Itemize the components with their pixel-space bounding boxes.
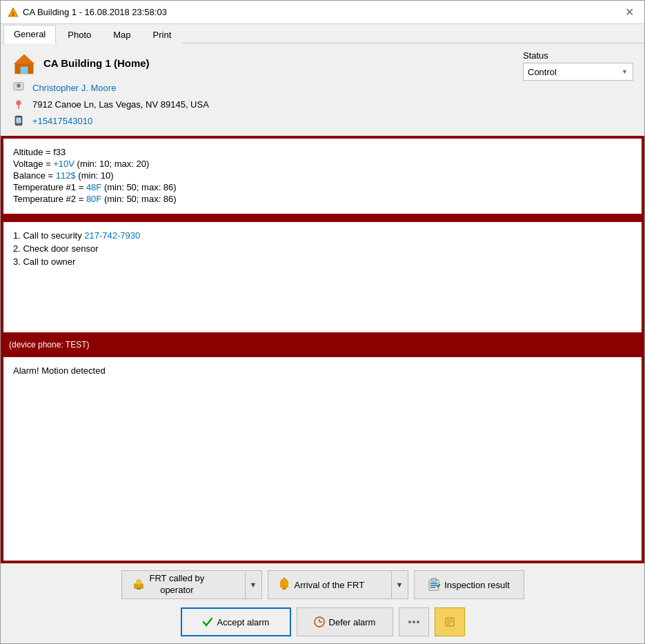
- svg-point-10: [18, 124, 19, 125]
- voltage-line: Voltage = +10V (min: 10; max: 20): [13, 159, 632, 169]
- clock-icon: [314, 616, 325, 627]
- close-button[interactable]: ✕: [621, 4, 637, 21]
- svg-point-24: [408, 621, 411, 623]
- status-section: Status Control Active Inactive: [523, 50, 633, 81]
- info-rows: Christopher J. Moore 7912 Canoe Ln, Las …: [12, 81, 633, 128]
- notes-icon: [444, 616, 455, 627]
- svg-rect-19: [430, 585, 437, 586]
- status-wrapper: Control Active Inactive: [523, 63, 633, 81]
- svg-point-26: [417, 621, 419, 623]
- owner-row: Christopher J. Moore: [12, 81, 633, 94]
- defer-alarm-label: Defer alarm: [329, 617, 376, 627]
- arrival-frt-group: Arrival of the FRT ▼: [268, 570, 408, 599]
- phone-row: +15417543010: [12, 114, 633, 128]
- svg-point-12: [136, 579, 141, 585]
- bottom-row2: Accept alarm Defer alarm: [1, 603, 644, 643]
- title-bar: ! CA Building 1 - 16.08.2018 23:58:03 ✕: [1, 1, 644, 24]
- tab-photo[interactable]: Photo: [57, 26, 101, 43]
- inspection-result-label: Inspection result: [444, 580, 510, 590]
- window-title: CA Building 1 - 16.08.2018 23:58:03: [23, 7, 167, 17]
- frt-called-group: FRT called byoperator ▼: [121, 570, 262, 599]
- check-icon: [202, 616, 213, 627]
- arrival-frt-label: Arrival of the FRT: [295, 580, 365, 590]
- frt-called-button[interactable]: FRT called byoperator: [121, 570, 246, 599]
- arrival-frt-dropdown[interactable]: ▼: [392, 570, 408, 599]
- alarm-box: Alarm! Motion detected: [3, 357, 642, 561]
- arrival-frt-button[interactable]: Arrival of the FRT: [268, 570, 392, 599]
- clipboard-icon: [428, 578, 440, 592]
- title-bar-left: ! CA Building 1 - 16.08.2018 23:58:03: [8, 7, 167, 18]
- app-icon: !: [8, 7, 19, 18]
- more-button[interactable]: [399, 607, 429, 636]
- svg-rect-4: [21, 66, 28, 74]
- dots-icon: [408, 618, 420, 625]
- action-1: 1. Call to security 217-742-7930: [13, 230, 632, 241]
- frt-called-label: FRT called byoperator: [150, 573, 205, 596]
- location-icon: [12, 97, 26, 111]
- actions-box: 1. Call to security 217-742-7930 2. Chec…: [3, 222, 642, 332]
- tab-print[interactable]: Print: [143, 26, 182, 43]
- defer-alarm-button[interactable]: Defer alarm: [297, 607, 393, 636]
- address-row: 7912 Canoe Ln, Las Vegas, NV 89145, USA: [12, 97, 633, 111]
- owner-value: Christopher J. Moore: [32, 83, 116, 93]
- home-icon: [12, 50, 37, 75]
- svg-text:!: !: [12, 11, 14, 17]
- building-name: CA Building 1 (Home): [43, 57, 150, 69]
- svg-rect-18: [430, 583, 437, 584]
- frt-called-dropdown[interactable]: ▼: [246, 570, 262, 599]
- svg-point-25: [413, 621, 415, 623]
- phone-value: +15417543010: [32, 116, 92, 126]
- sensor-data-section: Altitude = f33 Voltage = +10V (min: 10; …: [1, 136, 644, 217]
- alert-icon: [278, 578, 290, 592]
- accept-alarm-button[interactable]: Accept alarm: [181, 607, 291, 636]
- balance-line: Balance = 112$ (min: 10): [13, 170, 632, 181]
- alarm-text: Alarm! Motion detected: [13, 365, 632, 376]
- svg-rect-13: [137, 587, 141, 590]
- accept-alarm-label: Accept alarm: [217, 617, 270, 627]
- person-icon: [12, 81, 26, 94]
- tab-bar: General Photo Map Print: [1, 24, 644, 43]
- notes-button[interactable]: [435, 607, 465, 636]
- bottom-row1: FRT called byoperator ▼ Arrival of the F…: [1, 563, 644, 603]
- status-select[interactable]: Control Active Inactive: [523, 63, 633, 81]
- action-2: 2. Check door sensor: [13, 243, 632, 254]
- tab-map[interactable]: Map: [103, 26, 141, 43]
- device-phone-section: (device phone: TEST): [1, 335, 644, 354]
- status-label: Status: [523, 50, 633, 61]
- tab-general[interactable]: General: [3, 25, 56, 43]
- svg-rect-14: [282, 587, 286, 590]
- inspection-result-button[interactable]: Inspection result: [414, 570, 524, 599]
- altitude-line: Altitude = f33: [13, 147, 632, 157]
- action-3: 3. Call to owner: [13, 256, 632, 267]
- svg-rect-17: [431, 578, 437, 581]
- phone-icon: [12, 114, 26, 128]
- main-window: ! CA Building 1 - 16.08.2018 23:58:03 ✕ …: [0, 0, 645, 644]
- sensor-data-box: Altitude = f33 Voltage = +10V (min: 10; …: [3, 139, 642, 214]
- device-phone-bar: (device phone: TEST): [3, 338, 642, 352]
- svg-point-6: [17, 84, 20, 88]
- actions-section: 1. Call to security 217-742-7930 2. Chec…: [1, 219, 644, 335]
- info-section: CA Building 1 (Home) Christopher J. Moor…: [1, 43, 644, 136]
- alarm-section: Alarm! Motion detected: [1, 354, 644, 563]
- svg-rect-9: [16, 118, 21, 123]
- temp2-line: Temperature #2 = 80F (min: 50; max: 86): [13, 194, 632, 204]
- siren-icon: [132, 578, 146, 592]
- svg-marker-3: [14, 54, 35, 63]
- address-value: 7912 Canoe Ln, Las Vegas, NV 89145, USA: [32, 99, 209, 110]
- svg-point-7: [16, 101, 21, 105]
- svg-rect-20: [430, 587, 435, 588]
- temp1-line: Temperature #1 = 48F (min: 50; max: 86): [13, 182, 632, 192]
